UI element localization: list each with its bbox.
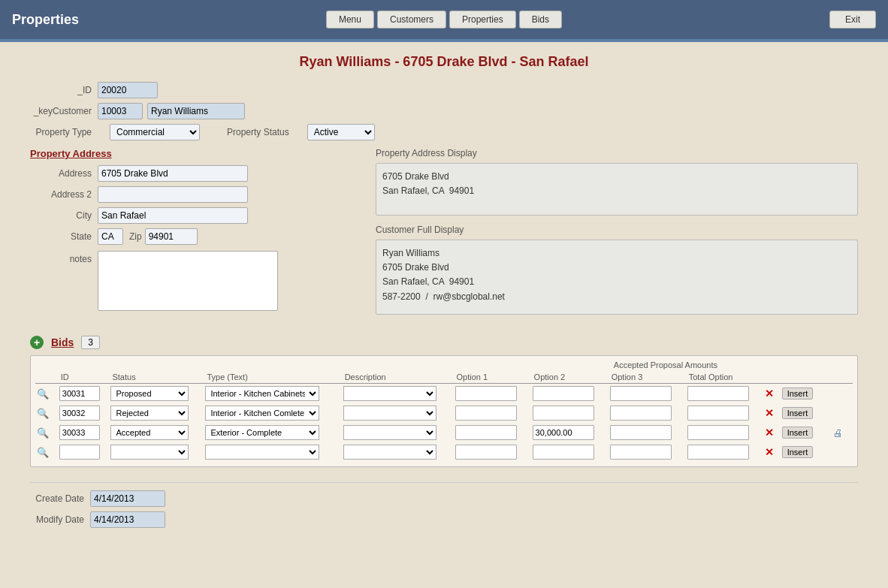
- zip-input[interactable]: [145, 228, 198, 245]
- address-label: Address: [30, 168, 98, 179]
- bid-type-select[interactable]: Interior - Kitchen CabinetsInterior - Ki…: [205, 406, 319, 421]
- bid-id-input[interactable]: [59, 386, 100, 401]
- table-row: 🔍ProposedRejectedAcceptedInterior - Kitc…: [35, 403, 853, 423]
- bid-type-select[interactable]: Interior - Kitchen CabinetsInterior - Ki…: [205, 386, 319, 401]
- accepted-proposal-label: Accepted Proposal Amounts: [35, 360, 853, 369]
- nav-bar: Menu Customers Properties Bids: [326, 11, 562, 29]
- city-input[interactable]: [98, 207, 248, 224]
- print-icon[interactable]: 🖨: [833, 427, 843, 439]
- bid-desc-select[interactable]: [343, 406, 436, 421]
- bid-status-select[interactable]: ProposedRejectedAccepted: [110, 425, 189, 440]
- properties-button[interactable]: Properties: [449, 11, 516, 29]
- key-customer-label: _keyCustomer: [30, 106, 98, 116]
- delete-icon[interactable]: ✕: [765, 427, 774, 439]
- magnifier-icon[interactable]: 🔍: [37, 388, 49, 400]
- exit-button[interactable]: Exit: [829, 11, 876, 29]
- bid-total-input[interactable]: [687, 445, 749, 460]
- property-status-select[interactable]: Active Inactive: [307, 124, 375, 140]
- bid-option1-input[interactable]: [455, 406, 517, 421]
- bid-type-select[interactable]: Interior - Kitchen CabinetsInterior - Ki…: [205, 445, 319, 460]
- th-print: [832, 371, 853, 384]
- th-opt3: Option 3: [609, 371, 686, 384]
- display-section: Property Address Display 6705 Drake Blvd…: [376, 148, 858, 324]
- th-id: ID: [58, 371, 110, 384]
- address2-input[interactable]: [98, 186, 248, 203]
- add-bid-button[interactable]: +: [30, 336, 44, 349]
- magnifier-icon[interactable]: 🔍: [37, 408, 49, 419]
- bid-id-input[interactable]: [59, 445, 100, 460]
- bids-button[interactable]: Bids: [519, 11, 562, 29]
- th-total: Total Option: [686, 371, 763, 384]
- magnifier-icon[interactable]: 🔍: [37, 427, 49, 439]
- bid-option3-input[interactable]: [610, 445, 672, 460]
- th-search: [35, 371, 58, 384]
- zip-label: Zip: [129, 231, 142, 242]
- footer-section: Create Date Modify Date: [30, 482, 858, 528]
- bid-option2-input[interactable]: [533, 386, 594, 401]
- bids-header: + Bids 3: [30, 336, 858, 349]
- magnifier-icon[interactable]: 🔍: [37, 447, 49, 458]
- bid-total-input[interactable]: [687, 406, 749, 421]
- bid-option2-input[interactable]: [533, 445, 594, 460]
- insert-button[interactable]: Insert: [782, 427, 814, 439]
- bid-desc-select[interactable]: [343, 425, 436, 440]
- property-address-display-title: Property Address Display: [376, 148, 858, 158]
- create-date-row: Create Date: [30, 490, 858, 507]
- th-opt2: Option 2: [531, 371, 609, 384]
- id-label: _ID: [30, 85, 98, 95]
- address-input[interactable]: [98, 165, 248, 182]
- city-label: City: [30, 210, 98, 221]
- table-row: 🔍ProposedRejectedAcceptedInterior - Kitc…: [35, 442, 853, 462]
- notes-textarea[interactable]: [98, 251, 278, 311]
- bid-status-select[interactable]: ProposedRejectedAccepted: [110, 445, 189, 460]
- bid-option1-input[interactable]: [455, 386, 517, 401]
- modify-date-input[interactable]: [90, 511, 165, 528]
- property-type-label: Property Type: [30, 127, 98, 137]
- bid-option3-input[interactable]: [610, 425, 672, 440]
- id-row: _ID: [30, 82, 858, 98]
- insert-button[interactable]: Insert: [782, 387, 814, 400]
- address2-row: Address 2: [30, 186, 346, 203]
- bid-option3-input[interactable]: [610, 386, 672, 401]
- bid-desc-select[interactable]: [343, 386, 436, 401]
- key-customer-input[interactable]: [98, 103, 143, 119]
- customer-full-display-title: Customer Full Display: [376, 225, 858, 235]
- create-date-input[interactable]: [90, 490, 165, 507]
- menu-button[interactable]: Menu: [326, 11, 374, 29]
- id-input[interactable]: [98, 82, 158, 98]
- insert-button[interactable]: Insert: [782, 446, 814, 458]
- modify-date-label: Modify Date: [30, 514, 90, 525]
- bid-option2-input[interactable]: [533, 425, 594, 440]
- bid-status-select[interactable]: ProposedRejectedAccepted: [110, 386, 189, 401]
- bids-section: + Bids 3 Accepted Proposal Amounts ID St…: [30, 336, 858, 467]
- property-type-select[interactable]: Commercial Residential: [110, 124, 200, 140]
- bid-id-input[interactable]: [59, 425, 100, 440]
- property-status-label: Property Status: [227, 127, 289, 137]
- property-address-display: 6705 Drake Blvd San Rafael, CA 94901: [376, 163, 858, 216]
- bid-option2-input[interactable]: [533, 406, 594, 421]
- th-type: Type (Text): [204, 371, 341, 384]
- bid-type-select[interactable]: Interior - Kitchen CabinetsInterior - Ki…: [205, 425, 319, 440]
- state-input[interactable]: [98, 228, 123, 245]
- th-delete: [763, 371, 781, 384]
- delete-icon[interactable]: ✕: [765, 387, 774, 400]
- state-zip-row: State Zip: [30, 228, 346, 245]
- delete-icon[interactable]: ✕: [765, 407, 774, 419]
- customer-name-input[interactable]: [147, 103, 245, 119]
- bid-total-input[interactable]: [687, 386, 749, 401]
- bid-status-select[interactable]: ProposedRejectedAccepted: [110, 406, 189, 421]
- bid-option1-input[interactable]: [455, 425, 517, 440]
- bid-desc-select[interactable]: [343, 445, 436, 460]
- bid-total-input[interactable]: [687, 425, 749, 440]
- address-row: Address: [30, 165, 346, 182]
- customers-button[interactable]: Customers: [377, 11, 446, 29]
- table-row: 🔍ProposedRejectedAcceptedInterior - Kitc…: [35, 423, 853, 442]
- bid-option3-input[interactable]: [610, 406, 672, 421]
- insert-button[interactable]: Insert: [782, 407, 814, 419]
- address2-label: Address 2: [30, 189, 98, 200]
- bid-id-input[interactable]: [59, 406, 100, 421]
- th-insert: [781, 371, 832, 384]
- delete-icon[interactable]: ✕: [765, 446, 774, 458]
- bid-option1-input[interactable]: [455, 445, 517, 460]
- bids-title: Bids: [51, 336, 74, 348]
